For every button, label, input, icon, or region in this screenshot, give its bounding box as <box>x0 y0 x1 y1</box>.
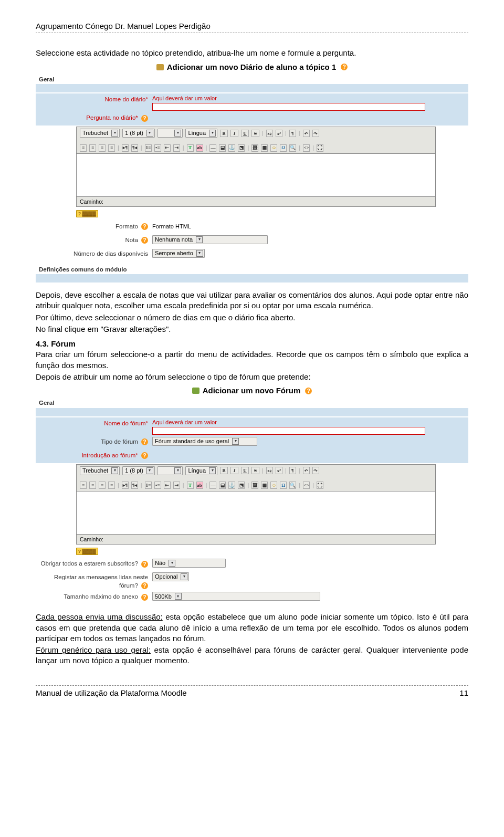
dias-select[interactable]: Sempre aberto▾ <box>152 249 205 258</box>
help-icon[interactable]: ? <box>341 64 348 70</box>
strike-icon[interactable]: S <box>251 467 259 474</box>
screenshot-diario-title: Adicionar um novo Diário de aluno a tópi… <box>36 62 468 72</box>
unlink-icon[interactable]: ⬔ <box>238 144 245 152</box>
superscript-icon[interactable]: x² <box>276 467 282 474</box>
italic-icon[interactable]: I <box>230 467 238 474</box>
find-icon[interactable]: 🔍 <box>289 144 296 152</box>
fullscreen-icon[interactable]: ⛶ <box>317 482 323 489</box>
align-center-icon[interactable]: ≡ <box>89 482 96 489</box>
table-icon[interactable]: ▦ <box>261 482 268 489</box>
ltr-icon[interactable]: ▸¶ <box>122 144 129 152</box>
special-char-icon[interactable]: Ω <box>280 482 287 489</box>
align-justify-icon[interactable]: ≡ <box>108 144 115 152</box>
chevron-down-icon: ▾ <box>196 250 203 257</box>
find-icon[interactable]: 🔍 <box>289 482 296 489</box>
tipo-forum-select[interactable]: Fórum standard de uso geral▾ <box>152 437 257 446</box>
strike-icon[interactable]: S <box>251 130 259 137</box>
smiley-icon[interactable]: ☺ <box>270 144 277 152</box>
bold-icon[interactable]: B <box>220 130 228 137</box>
image-icon[interactable]: 🖼 <box>251 144 258 152</box>
font-family-select[interactable]: Trebuchet▾ <box>80 129 120 138</box>
fullscreen-icon[interactable]: ⛶ <box>317 144 323 152</box>
header-rule <box>36 33 468 33</box>
help-icon[interactable]: ? <box>141 561 148 568</box>
indent-icon[interactable]: ⇥ <box>173 144 180 152</box>
editor-textarea[interactable] <box>76 491 436 535</box>
link-icon[interactable]: ⬓ <box>219 144 226 152</box>
help-icon[interactable]: ? <box>141 452 148 459</box>
redo-icon[interactable]: ↷ <box>312 467 319 474</box>
undo-icon[interactable]: ↶ <box>303 130 310 137</box>
help-icon[interactable]: ? <box>141 237 148 244</box>
italic-icon[interactable]: I <box>230 130 238 137</box>
heading-select[interactable]: ▾ <box>158 466 183 475</box>
editor-textarea[interactable] <box>76 154 436 197</box>
help-icon[interactable]: ? <box>141 438 148 445</box>
redo-icon[interactable]: ↷ <box>312 130 319 137</box>
hr-icon[interactable]: — <box>209 482 216 489</box>
language-select[interactable]: Língua▾ <box>185 129 217 138</box>
undo-icon[interactable]: ↶ <box>303 467 310 474</box>
nome-forum-input[interactable] <box>152 427 425 435</box>
outdent-icon[interactable]: ⇤ <box>164 482 171 489</box>
image-icon[interactable]: 🖼 <box>251 482 258 489</box>
font-size-select[interactable]: 1 (8 pt)▾ <box>122 466 155 475</box>
registar-select[interactable]: Opcional▾ <box>152 572 189 581</box>
table-icon[interactable]: ▦ <box>261 144 268 152</box>
help-icon[interactable]: ? <box>141 582 148 589</box>
indent-icon[interactable]: ⇥ <box>173 482 180 489</box>
underline-icon[interactable]: U <box>241 130 249 137</box>
unordered-list-icon[interactable]: •≡ <box>154 144 161 152</box>
clean-icon[interactable]: ¶ <box>289 130 296 137</box>
align-justify-icon[interactable]: ≡ <box>108 482 115 489</box>
ordered-list-icon[interactable]: 1≡ <box>145 144 152 152</box>
rtl-icon[interactable]: ¶◂ <box>131 482 138 489</box>
align-right-icon[interactable]: ≡ <box>99 144 106 152</box>
special-char-icon[interactable]: Ω <box>280 144 287 152</box>
source-icon[interactable]: <> <box>303 144 310 152</box>
ordered-list-icon[interactable]: 1≡ <box>145 482 152 489</box>
outdent-icon[interactable]: ⇤ <box>164 144 171 152</box>
font-family-select[interactable]: Trebuchet▾ <box>80 466 120 475</box>
unlink-icon[interactable]: ⬔ <box>238 482 245 489</box>
section-heading-4-3: 4.3. Fórum <box>36 339 468 349</box>
help-icon[interactable]: ? <box>141 594 148 601</box>
bgcolor-icon[interactable]: ab <box>196 482 203 489</box>
nome-diario-input[interactable] <box>152 103 425 111</box>
ltr-icon[interactable]: ▸¶ <box>122 482 129 489</box>
anexo-select[interactable]: 500Kb▾ <box>152 592 320 601</box>
subscript-icon[interactable]: x₂ <box>266 130 273 137</box>
pergunta-diario-label: Pergunta no diário* ? <box>36 113 152 122</box>
anchor-icon[interactable]: ⚓ <box>228 482 235 489</box>
align-center-icon[interactable]: ≡ <box>89 144 96 152</box>
rtl-icon[interactable]: ¶◂ <box>131 144 138 152</box>
bgcolor-icon[interactable]: ab <box>196 144 203 152</box>
textcolor-icon[interactable]: T <box>187 482 194 489</box>
help-icon[interactable]: ? <box>141 115 148 122</box>
nota-select[interactable]: Nenhuma nota▾ <box>152 235 268 244</box>
align-left-icon[interactable]: ≡ <box>80 482 87 489</box>
clean-icon[interactable]: ¶ <box>289 467 296 474</box>
align-right-icon[interactable]: ≡ <box>99 482 106 489</box>
html-badge[interactable]: ? ▓▓▓▓ <box>76 210 98 217</box>
obrigar-select[interactable]: Não▾ <box>152 559 226 568</box>
subscript-icon[interactable]: x₂ <box>266 467 273 474</box>
smiley-icon[interactable]: ☺ <box>270 482 277 489</box>
link-icon[interactable]: ⬓ <box>219 482 226 489</box>
hr-icon[interactable]: — <box>209 144 216 152</box>
unordered-list-icon[interactable]: •≡ <box>154 482 161 489</box>
language-select[interactable]: Língua▾ <box>185 466 217 475</box>
bold-icon[interactable]: B <box>220 467 228 474</box>
help-icon[interactable]: ? <box>141 223 148 230</box>
anchor-icon[interactable]: ⚓ <box>228 144 235 152</box>
help-icon[interactable]: ? <box>305 388 312 394</box>
heading-select[interactable]: ▾ <box>158 129 183 138</box>
align-left-icon[interactable]: ≡ <box>80 144 87 152</box>
superscript-icon[interactable]: x² <box>276 130 282 137</box>
textcolor-icon[interactable]: T <box>187 144 194 152</box>
editor-path-label: Caminho: <box>80 198 103 205</box>
underline-icon[interactable]: U <box>241 467 249 474</box>
html-badge[interactable]: ? ▓▓▓▓ <box>76 548 98 555</box>
source-icon[interactable]: <> <box>303 482 310 489</box>
font-size-select[interactable]: 1 (8 pt)▾ <box>122 129 155 138</box>
